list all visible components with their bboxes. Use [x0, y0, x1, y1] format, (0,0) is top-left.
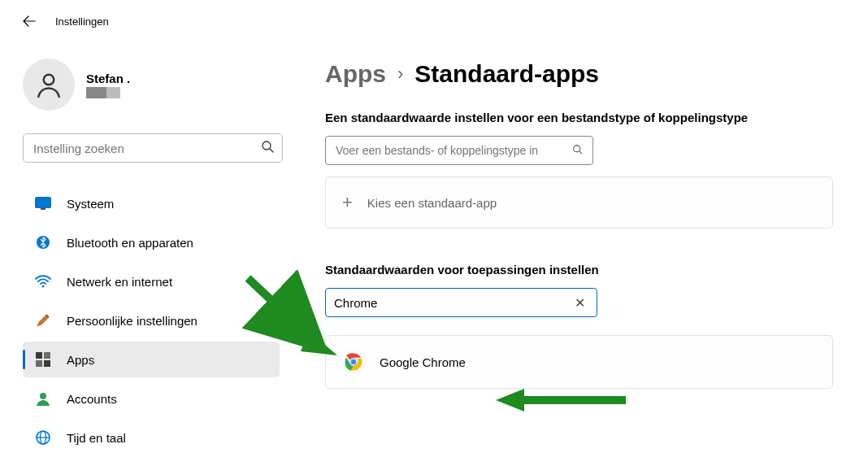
section-heading-appdefaults: Standaardwaarden voor toepassingen inste… — [325, 263, 835, 277]
sidebar-search[interactable] — [23, 133, 283, 163]
profile-block[interactable]: Stefan . — [23, 59, 280, 111]
choose-default-label: Kies een standaard-app — [367, 196, 497, 210]
svg-point-15 — [574, 146, 580, 152]
svg-rect-7 — [36, 352, 42, 359]
profile-email-redacted — [86, 87, 120, 98]
title-bar: Instellingen — [0, 0, 868, 42]
choose-default-panel[interactable]: + Kies een standaard-app — [325, 176, 833, 229]
window-title: Instellingen — [55, 15, 109, 28]
avatar — [23, 59, 75, 111]
wifi-icon — [34, 272, 52, 290]
svg-rect-8 — [44, 352, 50, 359]
svg-rect-4 — [41, 208, 46, 210]
display-icon — [34, 194, 52, 212]
nav-label: Tijd en taal — [67, 431, 126, 445]
nav-label: Apps — [67, 353, 94, 367]
breadcrumb-current: Standaard-apps — [414, 60, 599, 88]
nav-item-network[interactable]: Netwerk en internet — [23, 263, 280, 299]
svg-point-1 — [263, 142, 271, 150]
svg-rect-10 — [44, 360, 50, 367]
filetype-search[interactable] — [325, 136, 593, 165]
svg-point-19 — [350, 359, 357, 365]
svg-point-11 — [40, 393, 46, 399]
sidebar: Stefan . Systeem Bluetooth en apparat — [0, 42, 293, 466]
svg-line-2 — [270, 149, 273, 152]
app-search[interactable]: ✕ — [325, 288, 597, 317]
breadcrumb: Apps › Standaard-apps — [325, 60, 835, 88]
sidebar-search-input[interactable] — [33, 142, 250, 155]
plus-icon: + — [342, 192, 353, 213]
chevron-right-icon: › — [397, 63, 403, 85]
nav-label: Accounts — [67, 392, 117, 406]
globe-icon — [34, 429, 52, 446]
app-search-input[interactable] — [334, 296, 571, 310]
apps-icon — [34, 351, 52, 368]
search-icon — [572, 143, 583, 158]
svg-point-6 — [42, 285, 45, 288]
svg-line-16 — [579, 151, 582, 154]
nav-item-accounts[interactable]: Accounts — [23, 381, 280, 416]
nav-item-bluetooth[interactable]: Bluetooth en apparaten — [23, 224, 280, 260]
section-heading-filetype: Een standaardwaarde instellen voor een b… — [325, 111, 835, 124]
filetype-search-input[interactable] — [336, 144, 567, 157]
search-result-label: Google Chrome — [380, 355, 466, 369]
nav-item-personalization[interactable]: Persoonlijke instellingen — [23, 303, 280, 338]
annotation-arrow-icon — [496, 384, 634, 416]
brush-icon — [34, 311, 52, 329]
person-icon — [34, 70, 63, 99]
svg-rect-9 — [36, 360, 42, 367]
svg-rect-3 — [36, 198, 51, 208]
profile-name: Stefan . — [86, 72, 130, 85]
arrow-left-icon — [23, 15, 36, 28]
nav-item-apps[interactable]: Apps — [23, 342, 280, 377]
bluetooth-icon — [34, 233, 52, 251]
nav-label: Bluetooth en apparaten — [67, 236, 193, 250]
main-content: Apps › Standaard-apps Een standaardwaard… — [293, 42, 868, 466]
search-result-chrome[interactable]: Google Chrome — [325, 335, 833, 389]
back-button[interactable] — [16, 8, 42, 34]
nav-label: Persoonlijke instellingen — [67, 314, 197, 328]
nav-list: Systeem Bluetooth en apparaten Netwerk e… — [23, 185, 280, 455]
search-icon — [261, 140, 274, 156]
chrome-icon — [342, 351, 365, 373]
svg-point-0 — [44, 75, 54, 85]
account-icon — [34, 390, 52, 407]
nav-item-time-language[interactable]: Tijd en taal — [23, 420, 280, 455]
nav-label: Systeem — [67, 197, 114, 211]
nav-label: Netwerk en internet — [67, 275, 172, 289]
clear-button[interactable]: ✕ — [571, 295, 588, 311]
nav-item-system[interactable]: Systeem — [23, 185, 280, 221]
breadcrumb-parent[interactable]: Apps — [325, 60, 386, 88]
svg-marker-23 — [496, 389, 524, 412]
